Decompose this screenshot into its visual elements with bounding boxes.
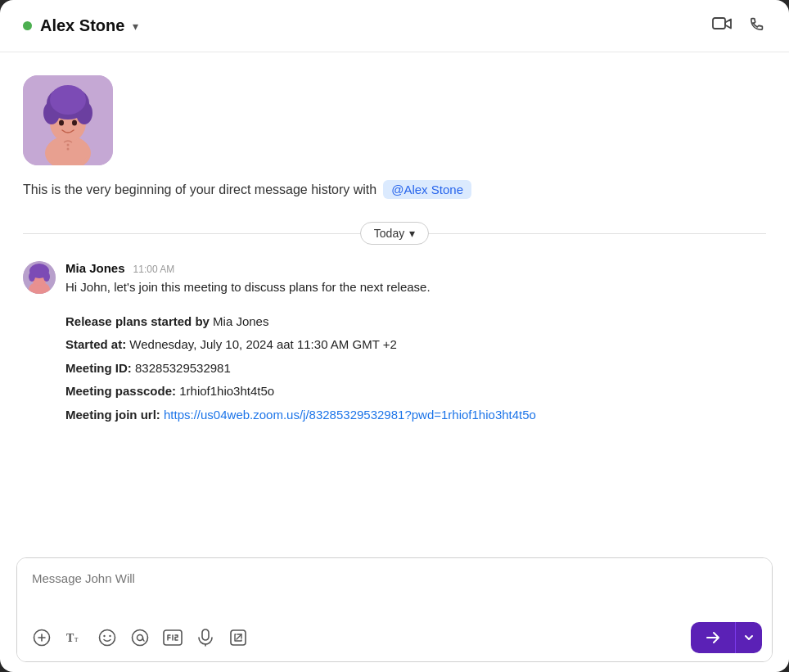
- message-row: Mia Jones 11:00 AM Hi John, let's join t…: [23, 261, 766, 426]
- svg-rect-0: [713, 18, 725, 29]
- sender-name: Mia Jones: [65, 261, 125, 275]
- svg-point-11: [72, 120, 77, 126]
- input-area: T т: [0, 544, 789, 672]
- profile-intro: This is the very beginning of your direc…: [23, 75, 766, 199]
- phone-call-icon[interactable]: [748, 15, 766, 37]
- message-text: Hi John, let's join this meeting to disc…: [65, 278, 766, 297]
- svg-point-18: [29, 272, 35, 282]
- send-button[interactable]: [691, 622, 735, 653]
- mention-icon[interactable]: [125, 623, 155, 652]
- online-status-indicator: [23, 21, 32, 30]
- svg-point-19: [43, 272, 50, 282]
- contact-name: Alex Stone: [40, 16, 124, 35]
- message-time: 11:00 AM: [133, 264, 175, 275]
- expand-icon[interactable]: [223, 623, 253, 652]
- svg-point-23: [100, 630, 115, 646]
- svg-point-10: [59, 120, 64, 126]
- meeting-url-link[interactable]: https://us04web.zoom.us/j/83285329532981…: [164, 408, 536, 422]
- meeting-id: Meeting ID: 83285329532981: [65, 357, 766, 381]
- svg-point-27: [138, 635, 143, 641]
- chat-window: Alex Stone ▾: [0, 0, 789, 672]
- header-left: Alex Stone ▾: [23, 16, 138, 35]
- svg-rect-29: [202, 629, 209, 640]
- svg-text:T: T: [66, 632, 74, 644]
- svg-point-24: [103, 635, 105, 637]
- date-pill[interactable]: Today ▾: [360, 222, 429, 245]
- svg-point-12: [67, 144, 70, 147]
- meeting-passcode: Meeting passcode: 1rhiof1hio3ht4t5o: [65, 380, 766, 404]
- meeting-join-url: Meeting join url: https://us04web.zoom.u…: [65, 404, 766, 427]
- input-toolbar: T т: [17, 616, 772, 661]
- chat-header: Alex Stone ▾: [0, 0, 789, 52]
- text-format-icon[interactable]: T т: [60, 623, 89, 652]
- meeting-started-by: Release plans started by Mia Jones: [65, 310, 766, 334]
- message-content: Mia Jones 11:00 AM Hi John, let's join t…: [65, 261, 766, 426]
- message-input[interactable]: [17, 558, 772, 612]
- contact-avatar-large: [23, 75, 113, 165]
- intro-text: This is the very beginning of your direc…: [23, 180, 471, 199]
- meeting-started-at: Started at: Wednesday, July 10, 2024 aat…: [65, 333, 766, 357]
- svg-point-9: [50, 85, 86, 115]
- contact-dropdown-icon[interactable]: ▾: [133, 20, 138, 33]
- mention-badge: @Alex Stone: [383, 180, 471, 199]
- send-btn-group: [691, 622, 762, 653]
- svg-text:т: т: [74, 634, 79, 643]
- meeting-card: Release plans started by Mia Jones Start…: [65, 310, 766, 427]
- message-input-box: T т: [16, 557, 773, 662]
- header-right: [712, 15, 766, 37]
- emoji-icon[interactable]: [92, 623, 122, 652]
- svg-point-25: [109, 635, 110, 637]
- gif-icon[interactable]: [158, 623, 187, 652]
- date-divider: Today ▾: [23, 222, 766, 245]
- svg-point-26: [133, 630, 148, 646]
- send-dropdown-button[interactable]: [735, 622, 762, 653]
- video-call-icon[interactable]: [712, 16, 732, 36]
- microphone-icon[interactable]: [191, 623, 220, 652]
- svg-point-13: [67, 148, 70, 151]
- sender-avatar: [23, 261, 56, 294]
- message-header: Mia Jones 11:00 AM: [65, 261, 766, 275]
- add-attachment-icon[interactable]: [27, 623, 56, 652]
- messages-area: This is the very beginning of your direc…: [0, 52, 789, 544]
